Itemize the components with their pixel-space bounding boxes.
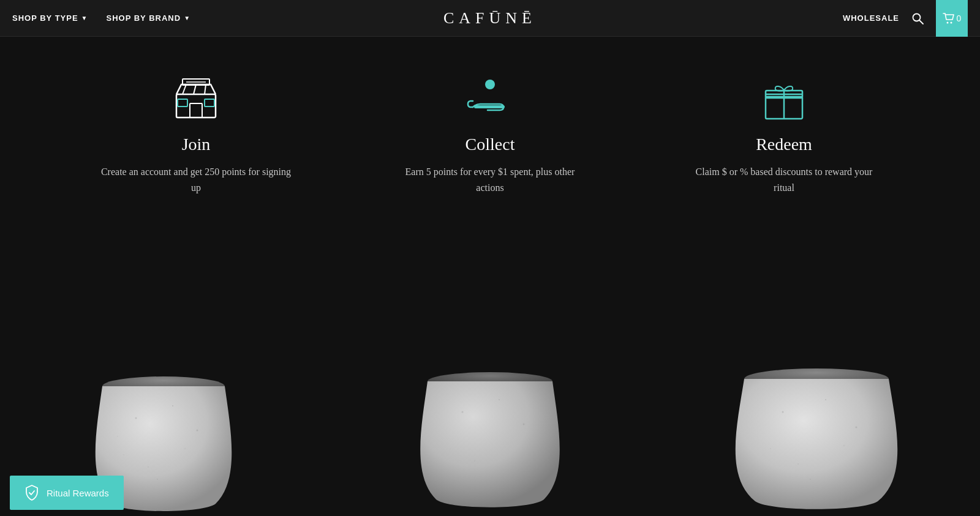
redeem-title: Redeem <box>756 135 812 154</box>
navbar: SHOP BY TYPE ▼ SHOP BY BRAND ▼ CAFŪNĒ WH… <box>0 0 980 37</box>
cart-count: 0 <box>957 13 962 23</box>
cup-column-2 <box>326 220 653 516</box>
svg-point-25 <box>196 430 198 432</box>
join-description: Create an account and get 250 points for… <box>98 164 294 195</box>
svg-line-6 <box>194 84 196 94</box>
join-column: Join Create an account and get 250 point… <box>49 73 343 195</box>
svg-point-36 <box>782 411 784 413</box>
join-title: Join <box>182 135 211 154</box>
main-content: Join Create an account and get 250 point… <box>0 37 980 516</box>
redeem-description: Claim $ or % based discounts to reward y… <box>686 164 882 195</box>
nav-left: SHOP BY TYPE ▼ SHOP BY BRAND ▼ <box>12 13 190 23</box>
cup-3 <box>697 351 936 516</box>
svg-point-42 <box>810 479 811 480</box>
svg-point-32 <box>474 460 475 462</box>
cup-column-3 <box>654 220 980 516</box>
brand-logo[interactable]: CAFŪNĒ <box>443 9 537 28</box>
chevron-down-icon: ▼ <box>81 15 88 21</box>
collect-title: Collect <box>466 135 515 154</box>
svg-point-37 <box>825 399 826 400</box>
svg-point-23 <box>148 466 149 468</box>
svg-rect-10 <box>205 99 214 107</box>
chevron-down-icon: ▼ <box>184 15 190 21</box>
svg-point-13 <box>485 80 495 89</box>
hand-icon <box>466 73 514 122</box>
svg-point-41 <box>856 427 858 428</box>
svg-point-21 <box>172 405 173 406</box>
svg-line-1 <box>920 20 924 24</box>
store-icon <box>172 73 221 122</box>
collect-column: Collect Earn 5 points for every $1 spent… <box>343 73 637 195</box>
shop-by-type-menu[interactable]: SHOP BY TYPE ▼ <box>12 13 88 23</box>
svg-point-0 <box>913 13 921 21</box>
svg-rect-8 <box>190 103 202 118</box>
svg-point-39 <box>797 463 799 465</box>
ritual-rewards-button[interactable]: Ritual Rewards <box>10 476 124 510</box>
redeem-column: Redeem Claim $ or % based discounts to r… <box>637 73 931 195</box>
svg-rect-9 <box>178 99 187 107</box>
svg-line-5 <box>183 84 186 94</box>
info-section: Join Create an account and get 250 point… <box>0 37 980 220</box>
svg-line-7 <box>205 84 206 94</box>
svg-point-29 <box>461 411 463 413</box>
svg-point-20 <box>135 417 137 419</box>
brand-name: CAFŪNĒ <box>443 9 537 27</box>
svg-point-31 <box>510 442 512 444</box>
shop-by-brand-label: SHOP BY BRAND <box>107 13 181 23</box>
shop-by-brand-menu[interactable]: SHOP BY BRAND ▼ <box>107 13 191 23</box>
wholesale-link[interactable]: WHOLESALE <box>843 13 899 23</box>
cup-column-1 <box>0 220 326 516</box>
svg-point-22 <box>184 448 186 450</box>
svg-point-33 <box>450 448 451 449</box>
cup-2 <box>386 354 594 516</box>
svg-point-40 <box>770 448 771 449</box>
shield-icon <box>24 484 39 501</box>
search-icon[interactable] <box>911 12 924 24</box>
svg-rect-14 <box>474 105 505 108</box>
collect-description: Earn 5 points for every $1 spent, plus o… <box>392 164 588 195</box>
svg-point-38 <box>843 445 845 447</box>
cups-section <box>0 220 980 516</box>
svg-point-26 <box>157 479 158 480</box>
svg-point-27 <box>117 436 118 437</box>
nav-right: WHOLESALE 0 <box>843 0 968 37</box>
cart-button[interactable]: 0 <box>936 0 968 37</box>
svg-point-34 <box>522 424 524 425</box>
shop-by-type-label: SHOP BY TYPE <box>12 13 78 23</box>
svg-point-30 <box>499 399 500 400</box>
svg-point-24 <box>123 454 124 455</box>
svg-point-3 <box>950 21 952 23</box>
svg-point-2 <box>946 21 948 23</box>
ritual-rewards-label: Ritual Rewards <box>47 488 109 498</box>
gift-icon <box>760 73 809 122</box>
